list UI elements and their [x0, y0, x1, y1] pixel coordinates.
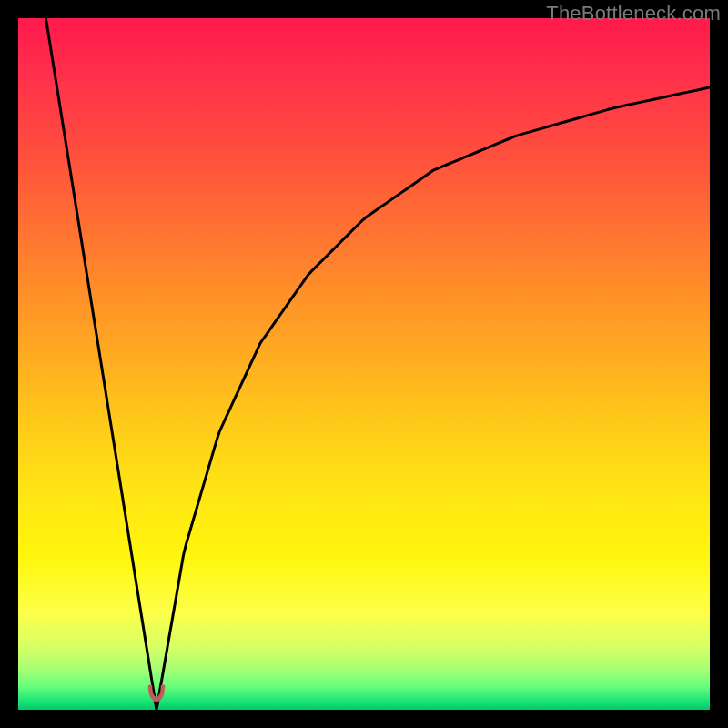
- plot-area: [18, 18, 710, 710]
- watermark-text: TheBottleneck.com: [546, 2, 721, 25]
- bottleneck-curve: [18, 18, 710, 710]
- chart-frame: TheBottleneck.com: [0, 0, 728, 728]
- curve-line: [46, 18, 710, 710]
